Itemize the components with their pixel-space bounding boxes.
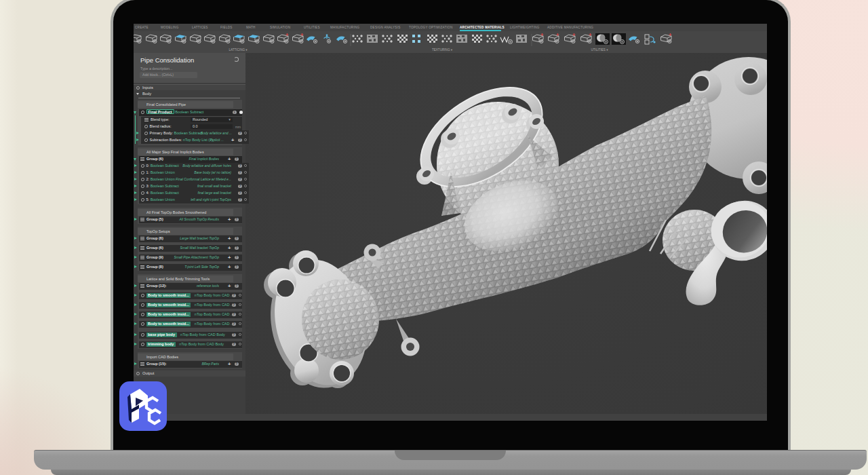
svg-text:TEXTURING ▾: TEXTURING ▾ — [432, 48, 453, 52]
svg-text:UTILITIES ▾: UTILITIES ▾ — [591, 48, 608, 52]
svg-text:LATTICING ▾: LATTICING ▾ — [229, 48, 248, 52]
